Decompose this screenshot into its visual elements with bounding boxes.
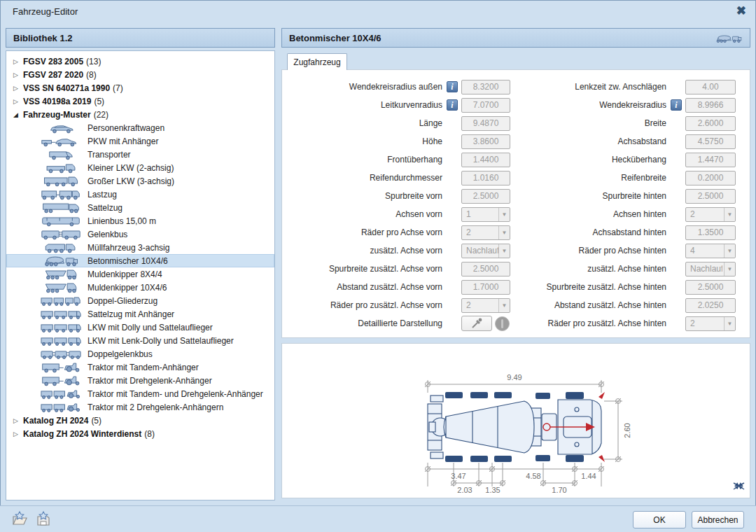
expander-collapsed-icon[interactable]: ▷ bbox=[13, 71, 23, 78]
chevron-down-icon[interactable]: ▼ bbox=[724, 244, 735, 258]
vehicle-diagram-panel: 9.49 2.60 3.47 4.58 1.44 2.03 1.35 1.70 bbox=[281, 343, 750, 498]
value-dropdown[interactable]: 2▼ bbox=[461, 225, 510, 240]
form-row-right-3: Achsabstand4.5750 bbox=[516, 132, 736, 150]
tree-item[interactable]: Traktor mit Tandem- und Drehgelenk-Anhän… bbox=[6, 387, 274, 400]
value-input[interactable]: 2.5000 bbox=[685, 280, 736, 295]
tree-item[interactable]: Traktor mit Tandem-Anhänger bbox=[6, 360, 274, 374]
value-input[interactable]: 1.0160 bbox=[461, 171, 510, 186]
tree-item[interactable]: Traktor mit Drehgelenk-Anhänger bbox=[6, 374, 274, 387]
tree-item[interactable]: Muldenkipper 10X4/6 bbox=[6, 281, 274, 294]
tree-item[interactable]: Linienbus 15,00 m bbox=[6, 214, 274, 227]
tractor-2-trailers-icon bbox=[38, 401, 83, 413]
tree-group-1[interactable]: ▷FGSV 287 2020(8) bbox=[6, 68, 274, 81]
chevron-down-icon[interactable]: ▼ bbox=[498, 244, 510, 258]
tab-zugfahrzeug[interactable]: Zugfahrzeug bbox=[287, 53, 347, 70]
tree-item[interactable]: Doppelgelenkbus bbox=[6, 347, 274, 360]
value-input[interactable]: 2.5000 bbox=[685, 189, 736, 204]
info-icon[interactable]: i bbox=[671, 99, 682, 111]
tree-item[interactable]: Lastzug bbox=[6, 188, 274, 201]
car-icon bbox=[38, 122, 83, 134]
chevron-down-icon[interactable]: ▼ bbox=[724, 208, 735, 221]
value-input[interactable]: 1.4470 bbox=[685, 153, 736, 167]
value-dropdown[interactable]: 4▼ bbox=[685, 244, 736, 258]
tree-group-4[interactable]: ◢Fahrzeug-Muster(22) bbox=[6, 108, 274, 121]
value-dropdown[interactable]: Nachlauf▼ bbox=[685, 262, 736, 276]
open-favorite-icon[interactable] bbox=[11, 511, 28, 529]
form-row-left-12: Räder pro zusätzl. Achse vorn2▼ bbox=[288, 296, 510, 314]
chevron-down-icon[interactable]: ▼ bbox=[724, 262, 735, 276]
close-icon[interactable]: ✖ bbox=[736, 4, 746, 18]
value-input[interactable]: 1.4400 bbox=[461, 153, 510, 167]
value-input[interactable]: 2.0250 bbox=[685, 298, 736, 313]
expander-collapsed-icon[interactable]: ▷ bbox=[13, 58, 23, 65]
value-dropdown[interactable]: 1▼ bbox=[461, 207, 510, 222]
tree-group-3[interactable]: ▷VSS 40198a 2019(5) bbox=[6, 94, 274, 108]
chevron-down-icon[interactable]: ▼ bbox=[724, 317, 735, 330]
tree-group-0[interactable]: ▷FGSV 283 2005(13) bbox=[6, 55, 274, 68]
ok-button[interactable]: OK bbox=[633, 511, 686, 528]
expander-collapsed-icon[interactable]: ▷ bbox=[13, 430, 23, 438]
tree-item[interactable]: Gelenkbus bbox=[6, 227, 274, 241]
save-favorite-icon[interactable] bbox=[35, 511, 52, 529]
tree-group-5[interactable]: ▷Katalog ZH 2024(5) bbox=[6, 414, 274, 427]
cancel-button[interactable]: Abbrechen bbox=[692, 511, 744, 528]
value-input[interactable]: 1.7000 bbox=[461, 280, 510, 295]
pipette-button[interactable] bbox=[461, 316, 492, 331]
truck-small-icon bbox=[38, 162, 83, 174]
info-icon[interactable]: i bbox=[447, 81, 458, 92]
tree-item-label: Doppel-Gliederzug bbox=[88, 296, 158, 306]
tree-item-label: Gelenkbus bbox=[88, 230, 127, 239]
expander-collapsed-icon[interactable]: ▷ bbox=[13, 417, 23, 424]
value-input[interactable]: 0.2000 bbox=[685, 171, 736, 186]
field-label: Räder pro zusätzl. Achse vorn bbox=[288, 300, 447, 310]
chevron-down-icon[interactable]: ▼ bbox=[498, 226, 510, 239]
tree-item[interactable]: Doppel-Gliederzug bbox=[6, 294, 274, 307]
value-dropdown[interactable]: 2▼ bbox=[685, 316, 736, 331]
tree-item[interactable]: Transporter bbox=[6, 148, 274, 161]
tree-item[interactable]: Kleiner LKW (2-achsig) bbox=[6, 161, 274, 174]
value-input[interactable]: 4.5750 bbox=[685, 134, 736, 149]
tree-item[interactable]: Personenkraftwagen bbox=[6, 121, 274, 134]
value-dropdown[interactable]: 2▼ bbox=[685, 207, 736, 222]
value-input[interactable]: 9.4870 bbox=[461, 116, 510, 131]
tree-item[interactable]: LKW mit Dolly und Sattelauflieger bbox=[6, 321, 274, 334]
detail-toggle-circle[interactable] bbox=[495, 316, 510, 331]
expander-collapsed-icon[interactable]: ▷ bbox=[13, 85, 23, 92]
value-input[interactable]: 2.5000 bbox=[461, 189, 510, 204]
tree-item-label: Traktor mit 2 Drehgelenk-Anhängern bbox=[88, 402, 223, 412]
tree-item-selected[interactable]: Betonmischer 10X4/6 bbox=[6, 254, 274, 267]
chevron-down-icon[interactable]: ▼ bbox=[498, 208, 510, 221]
tree-item[interactable]: Sattelzug bbox=[6, 201, 274, 214]
tree-item[interactable]: Muldenkipper 8X4/4 bbox=[6, 267, 274, 281]
value-input[interactable]: 7.0700 bbox=[461, 98, 510, 113]
tree-group-6[interactable]: ▷Katalog ZH 2024 Winterdienst(8) bbox=[6, 427, 274, 440]
form-row-left-13: Detaillierte Darstellung bbox=[288, 314, 510, 332]
value-input[interactable]: 8.9966 bbox=[685, 98, 736, 113]
tree-item-label: Kleiner LKW (2-achsig) bbox=[88, 163, 174, 173]
tree-item[interactable]: PKW mit Anhänger bbox=[6, 134, 274, 148]
chevron-down-icon[interactable]: ▼ bbox=[498, 299, 510, 312]
semi-trailer-icon bbox=[38, 335, 83, 346]
collapse-diagram-icon[interactable] bbox=[733, 479, 745, 494]
value-input[interactable]: 3.8600 bbox=[461, 134, 510, 149]
expander-expanded-icon[interactable]: ◢ bbox=[13, 111, 23, 118]
form-row-right-13: Räder pro zusätzl. Achse hinten2▼ bbox=[516, 314, 736, 332]
value-dropdown[interactable]: 2▼ bbox=[461, 298, 510, 313]
tree-item[interactable]: Großer LKW (3-achsig) bbox=[6, 174, 274, 188]
info-icon[interactable]: i bbox=[447, 99, 458, 111]
tree-group-2[interactable]: ▷VSS SN 640271a 1990(7) bbox=[6, 81, 274, 94]
tree-item[interactable]: Müllfahrzeug 3-achsig bbox=[6, 241, 274, 254]
tree-item[interactable]: LKW mit Lenk-Dolly und Sattelauflieger bbox=[6, 334, 274, 347]
value-input[interactable]: 2.5000 bbox=[461, 262, 510, 276]
tree-item[interactable]: Traktor mit 2 Drehgelenk-Anhängern bbox=[6, 400, 274, 414]
artic-bus-icon bbox=[38, 228, 83, 240]
tree-item[interactable]: Sattelzug mit Anhänger bbox=[6, 307, 274, 321]
form-row-left-8: Räder pro Achse vorn2▼ bbox=[288, 223, 510, 241]
value-dropdown[interactable]: Nachlauf▼ bbox=[461, 244, 510, 258]
value-input[interactable]: 2.6000 bbox=[685, 116, 736, 131]
value-input[interactable]: 8.3200 bbox=[461, 80, 510, 94]
value-input[interactable]: 1.3500 bbox=[685, 225, 736, 240]
value-input[interactable]: 4.00 bbox=[685, 80, 736, 94]
field-slot: 9.4870 bbox=[461, 116, 510, 131]
expander-collapsed-icon[interactable]: ▷ bbox=[13, 98, 23, 105]
